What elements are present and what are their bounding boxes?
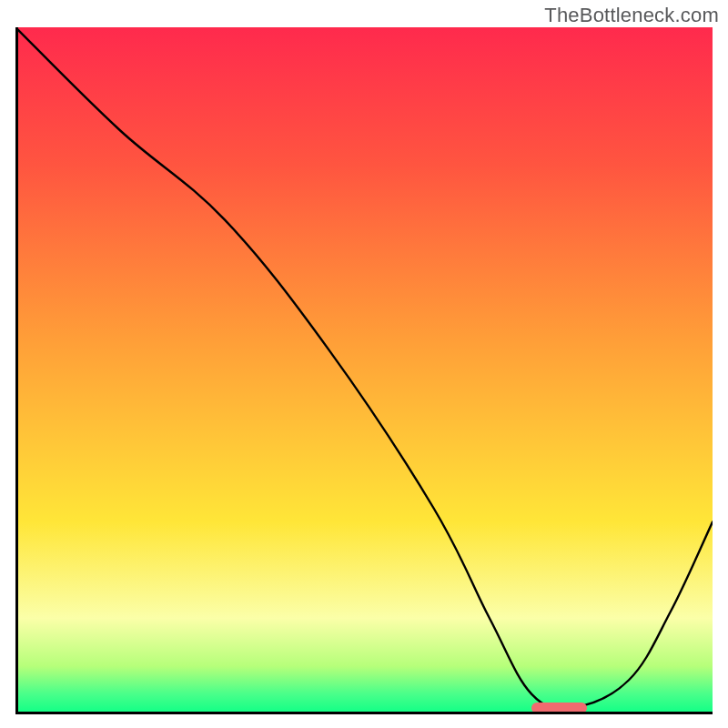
chart-stage: TheBottleneck.com: [0, 0, 728, 728]
bottleneck-line: [15, 27, 713, 714]
plot-area: [15, 27, 713, 714]
y-axis: [15, 27, 18, 714]
x-axis: [15, 712, 713, 714]
watermark-text: TheBottleneck.com: [544, 4, 719, 27]
